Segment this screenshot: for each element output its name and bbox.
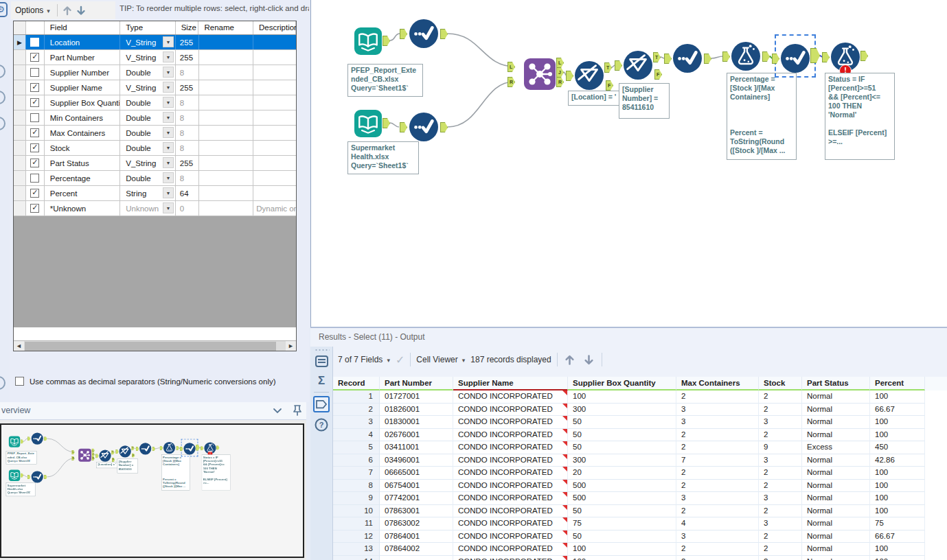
join-tool[interactable]: [524, 58, 556, 90]
field-checkbox[interactable]: [30, 83, 39, 92]
col-header-size[interactable]: Size: [176, 21, 199, 34]
results-col-header[interactable]: Percent: [870, 377, 925, 390]
field-cell-typ[interactable]: Double: [120, 171, 176, 185]
formula-tool[interactable]: [731, 42, 760, 71]
results-col-header[interactable]: Max Containers: [676, 377, 759, 390]
field-checkbox[interactable]: [30, 53, 39, 62]
field-row[interactable]: Part NumberV_String255: [14, 50, 296, 65]
field-checkbox[interactable]: [30, 38, 39, 47]
results-row[interactable]: 14CONDO INCORPORATED10022Normal100: [333, 556, 947, 560]
results-row[interactable]: 503411001CONDO INCORPORATED5029Excess450: [333, 441, 947, 454]
scroll-left-arrow[interactable]: ◄: [14, 341, 24, 351]
horizontal-scrollbar[interactable]: ◄ ►: [14, 340, 296, 351]
field-cell-typ[interactable]: V_String: [120, 156, 176, 170]
field-row[interactable]: StockDouble8: [14, 141, 296, 156]
prev-record-button[interactable]: [563, 353, 577, 366]
field-checkbox[interactable]: [30, 113, 39, 122]
field-cell-typ[interactable]: Double: [120, 126, 176, 140]
options-button[interactable]: Options: [11, 3, 54, 17]
field-row[interactable]: Min ContainersDouble8: [14, 110, 296, 126]
input-data-tool[interactable]: [354, 27, 382, 55]
filter-tool[interactable]: [624, 51, 652, 80]
field-cell-typ[interactable]: String: [120, 186, 176, 200]
field-cell-cb[interactable]: [26, 110, 45, 125]
field-checkbox[interactable]: [30, 128, 39, 137]
results-row[interactable]: 706665001CONDO INCORPORATED2022Normal100: [333, 467, 947, 480]
type-dropdown-button[interactable]: [163, 142, 174, 153]
select-tool[interactable]: [409, 19, 438, 48]
results-row[interactable]: 907742001CONDO INCORPORATED50033Normal10…: [333, 492, 947, 505]
select-tool-selected[interactable]: [781, 44, 810, 73]
sidebar-partial-icon[interactable]: [0, 117, 5, 130]
field-cell-cb[interactable]: [26, 141, 45, 155]
next-record-button[interactable]: [582, 353, 596, 366]
results-col-header[interactable]: Supplier Box Quantity: [568, 377, 676, 390]
data-tag-icon-selected[interactable]: [313, 396, 330, 412]
field-row[interactable]: Supplier NameV_String255: [14, 80, 296, 95]
move-up-button[interactable]: [60, 3, 74, 17]
field-cell-cb[interactable]: [26, 65, 45, 80]
field-cell-cb[interactable]: [26, 186, 45, 200]
results-col-header[interactable]: Part Number: [380, 377, 453, 390]
field-row[interactable]: *UnknownUnknown0Dynamic or.: [14, 201, 296, 216]
type-dropdown-button[interactable]: [163, 67, 174, 78]
results-row[interactable]: 101727001CONDO INCORPORATED10022Normal10…: [333, 390, 947, 404]
results-row[interactable]: 1107863002CONDO INCORPORATED7543Normal75: [333, 517, 947, 530]
type-dropdown-button[interactable]: [163, 112, 174, 123]
field-cell-cb[interactable]: [26, 126, 45, 140]
field-cell-cb[interactable]: [26, 156, 45, 170]
field-row[interactable]: PercentString64: [14, 186, 296, 201]
col-header-description[interactable]: Description: [253, 21, 296, 34]
cell-viewer-dropdown[interactable]: Cell Viewer: [416, 355, 465, 364]
field-row[interactable]: Max ContainersDouble8: [14, 126, 296, 141]
results-row[interactable]: 1307864002CONDO INCORPORATED10022Normal1…: [333, 543, 947, 556]
input1-annotation[interactable]: PFEP_Report_Exte nded_CB.xlsx Query=`She…: [347, 64, 423, 97]
filter-tool[interactable]: [575, 61, 604, 90]
field-cell-typ[interactable]: Double: [120, 141, 176, 155]
scroll-right-arrow[interactable]: ►: [286, 341, 296, 351]
field-checkbox[interactable]: [30, 98, 39, 107]
field-cell-cb[interactable]: [26, 171, 45, 185]
type-dropdown-button[interactable]: [163, 187, 174, 198]
workflow-canvas[interactable]: PFEP_Report_Exte nded_CB.xlsx Query=`She…: [310, 0, 947, 327]
type-dropdown-button[interactable]: [163, 82, 174, 93]
table-view-icon[interactable]: [313, 353, 330, 369]
apply-check-icon[interactable]: ✓: [396, 353, 404, 366]
field-cell-cb[interactable]: [26, 35, 45, 49]
field-cell-cb[interactable]: [26, 80, 45, 95]
type-dropdown-button[interactable]: [163, 127, 174, 138]
results-row[interactable]: 402676001CONDO INCORPORATED5022Normal100: [333, 429, 947, 442]
type-dropdown-button[interactable]: [163, 36, 174, 47]
help-icon[interactable]: ?: [313, 417, 330, 433]
field-cell-typ[interactable]: V_String: [120, 35, 176, 49]
col-header-field[interactable]: Field: [45, 21, 120, 34]
field-cell-typ[interactable]: Unknown: [120, 201, 176, 215]
overview-viewport[interactable]: PFEP_Report_Exte nded_CB.xlsx Query=`She…: [0, 423, 304, 558]
field-cell-typ[interactable]: Double: [120, 95, 176, 110]
scrollbar-thumb[interactable]: [25, 342, 276, 351]
field-row[interactable]: LocationV_String255: [14, 35, 296, 50]
results-row[interactable]: 201826001CONDO INCORPORATED30032Normal66…: [333, 404, 947, 417]
results-col-header[interactable]: Supplier Name: [453, 377, 568, 390]
results-row[interactable]: 806754001CONDO INCORPORATED50022Normal10…: [333, 480, 947, 493]
col-header-rename[interactable]: Rename: [198, 21, 253, 34]
field-row[interactable]: PercentageDouble8: [14, 171, 296, 186]
field-checkbox[interactable]: [30, 143, 39, 152]
type-dropdown-button[interactable]: [163, 202, 174, 213]
type-dropdown-button[interactable]: [163, 51, 174, 62]
filter2-annotation[interactable]: [Supplier Number] = 85411610: [619, 83, 670, 119]
sidebar-partial-icon[interactable]: [0, 91, 5, 104]
field-cell-cb[interactable]: [26, 201, 45, 215]
results-col-header[interactable]: Record: [333, 377, 380, 390]
chevron-down-icon[interactable]: [272, 405, 283, 419]
filter1-annotation[interactable]: [Location] = ': [568, 91, 623, 106]
sidebar-partial-icon[interactable]: [0, 65, 5, 78]
field-row[interactable]: Supplier NumberDouble8: [14, 65, 296, 80]
input-data-tool[interactable]: [354, 110, 382, 137]
input2-annotation[interactable]: Supermarket Health.xlsx Query=`Sheet1$`: [347, 141, 419, 174]
drag-grip-icon[interactable]: [315, 349, 330, 351]
field-checkbox[interactable]: [30, 189, 39, 198]
use-commas-checkbox[interactable]: [15, 377, 24, 386]
formula1-annotation[interactable]: Percentage = [Stock ]/[Max Containers] P…: [727, 73, 797, 160]
type-dropdown-button[interactable]: [163, 97, 174, 108]
